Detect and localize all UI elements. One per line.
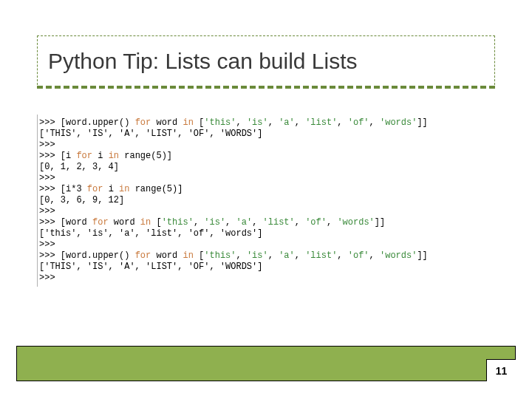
code-line: >>> [i*3 for i in range(5)]: [39, 184, 512, 195]
code-line: >>>: [39, 239, 512, 250]
code-block: >>> [word.upper() for word in ['this', '…: [37, 115, 512, 287]
footer-bar: [16, 346, 516, 381]
page-number: 11: [496, 365, 508, 377]
code-line: >>> [i for i in range(5)]: [39, 151, 512, 162]
code-line: >>>: [39, 206, 512, 217]
code-line: >>>: [39, 273, 512, 284]
code-line: ['this', 'is', 'a', 'list', 'of', 'words…: [39, 228, 512, 239]
page-number-box: 11: [486, 359, 516, 381]
code-line: >>>: [39, 140, 512, 151]
code-line: >>> [word for word in ['this', 'is', 'a'…: [39, 217, 512, 228]
code-line: ['THIS', 'IS', 'A', 'LIST', 'OF', 'WORDS…: [39, 129, 512, 140]
code-line: [0, 3, 6, 9, 12]: [39, 195, 512, 206]
code-line: >>> [word.upper() for word in ['this', '…: [39, 250, 512, 262]
code-line: ['THIS', 'IS', 'A', 'LIST', 'OF', 'WORDS…: [39, 262, 512, 273]
slide: Python Tip: Lists can build Lists >>> [w…: [0, 0, 532, 399]
code-line: >>> [word.upper() for word in ['this', '…: [39, 117, 512, 129]
code-line: [0, 1, 2, 3, 4]: [39, 162, 512, 173]
code-line: >>>: [39, 173, 512, 184]
slide-title: Python Tip: Lists can build Lists: [48, 49, 358, 74]
title-box: Python Tip: Lists can build Lists: [37, 35, 495, 89]
